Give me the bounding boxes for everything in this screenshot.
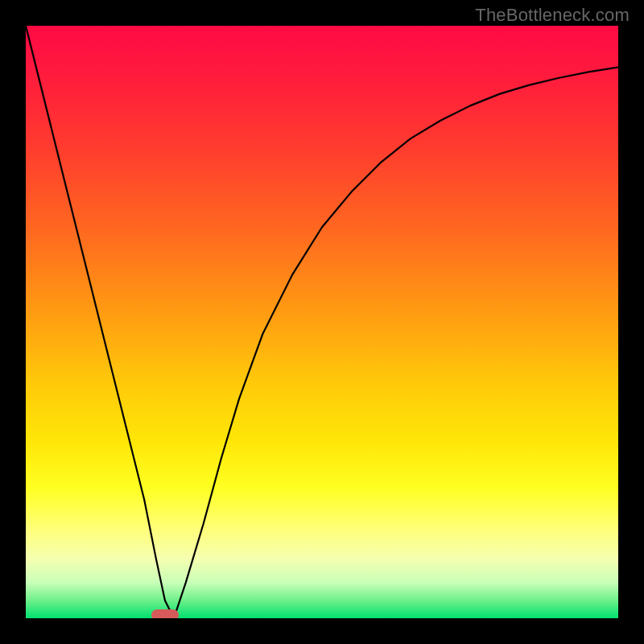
plot-area	[26, 26, 618, 618]
chart-frame: TheBottleneck.com	[0, 0, 644, 644]
optimum-marker	[151, 609, 179, 618]
bottleneck-curve	[26, 26, 618, 618]
attribution-label: TheBottleneck.com	[475, 5, 630, 26]
